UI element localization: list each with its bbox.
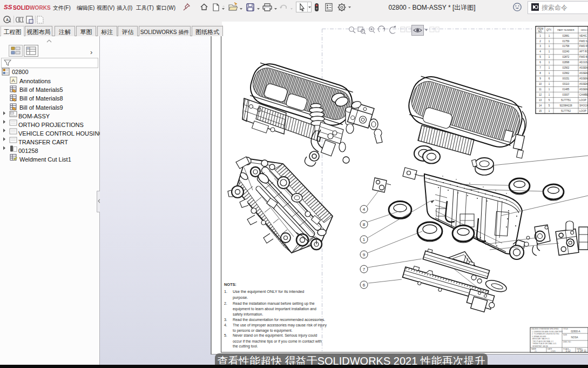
svg-text:J.L: J.L bbox=[535, 350, 537, 352]
svg-text:1: 1 bbox=[549, 56, 550, 58]
svg-text:6: 6 bbox=[549, 77, 550, 80]
svg-text:14: 14 bbox=[539, 104, 542, 107]
svg-text:ANGULAR: MACH 0.5: ANGULAR: MACH 0.5 bbox=[532, 338, 550, 340]
svg-text:Read the installation manual b: Read the installation manual before sett… bbox=[233, 302, 315, 306]
svg-text:10: 10 bbox=[539, 83, 542, 85]
svg-text:1: 1 bbox=[549, 88, 550, 91]
svg-text:NOTS:: NOTS: bbox=[224, 282, 236, 287]
svg-text:1/16/5: 1/16/5 bbox=[551, 350, 556, 352]
svg-text:QTY.: QTY. bbox=[546, 29, 552, 31]
svg-text:1: 1 bbox=[549, 45, 550, 48]
svg-text:DWG. NO.: DWG. NO. bbox=[563, 341, 571, 343]
svg-text:3.: 3. bbox=[224, 318, 227, 322]
svg-text:8: 8 bbox=[539, 72, 541, 75]
svg-text:13: 13 bbox=[539, 99, 542, 102]
svg-text:03110: 03110 bbox=[563, 83, 570, 85]
svg-text:9: 9 bbox=[363, 252, 366, 257]
svg-text:1. DIMENSIONS ARE IN MILLIMETE: 1. DIMENSIONS ARE IN MILLIMETERS bbox=[532, 331, 563, 333]
svg-text:1: 1 bbox=[549, 83, 550, 85]
svg-text:5: 5 bbox=[549, 99, 550, 102]
svg-text:A: A bbox=[12, 78, 15, 83]
svg-text:2: 2 bbox=[539, 40, 541, 43]
svg-text:AFT RO: AFT RO bbox=[579, 50, 588, 53]
svg-text:ASSEM: ASSEM bbox=[579, 88, 588, 91]
svg-text:3. BREAK EDGES: 3. BREAK EDGES bbox=[532, 336, 546, 338]
svg-text:TITLE:: TITLE: bbox=[563, 328, 569, 330]
svg-text:6: 6 bbox=[363, 283, 366, 287]
svg-text:1: 1 bbox=[549, 40, 550, 43]
svg-text:02240: 02240 bbox=[563, 50, 570, 53]
svg-text:02898: 02898 bbox=[563, 61, 570, 64]
svg-text:01759: 01759 bbox=[563, 40, 570, 43]
svg-text:02881: 02881 bbox=[563, 35, 570, 37]
svg-text:FWD R: FWD R bbox=[579, 45, 588, 48]
svg-text:03007: 03007 bbox=[563, 93, 570, 96]
svg-text:TWO PLACE DECIMAL 0.1: TWO PLACE DECIMAL 0.1 bbox=[532, 340, 553, 343]
svg-text:11: 11 bbox=[539, 88, 542, 91]
svg-text:ASSEM: ASSEM bbox=[579, 77, 588, 80]
svg-text:02962: 02962 bbox=[563, 72, 570, 75]
svg-text:7: 7 bbox=[539, 66, 541, 69]
svg-text:5.: 5. bbox=[224, 333, 227, 337]
svg-text:The use of improper accessorie: The use of improper accessories may caus… bbox=[233, 323, 327, 327]
svg-text:00151: 00151 bbox=[563, 77, 570, 80]
svg-text:3: 3 bbox=[539, 45, 541, 48]
svg-text:8: 8 bbox=[363, 222, 366, 227]
svg-text:1: 1 bbox=[539, 35, 541, 37]
svg-text:CAMBE: CAMBE bbox=[579, 93, 588, 96]
svg-text:Use the equipment ONLY for its: Use the equipment ONLY for its intended bbox=[233, 289, 304, 294]
svg-text:NOSA: NOSA bbox=[571, 336, 578, 339]
svg-text:purpose.: purpose. bbox=[233, 295, 248, 300]
svg-text:LOOP: LOOP bbox=[579, 99, 586, 102]
svg-text:02872: 02872 bbox=[563, 56, 570, 58]
svg-text:VEHIC: VEHIC bbox=[579, 35, 587, 37]
svg-text:A: A bbox=[6, 18, 9, 22]
svg-text:01758: 01758 bbox=[563, 45, 570, 48]
svg-text:15: 15 bbox=[539, 110, 542, 112]
svg-text:5177751: 5177751 bbox=[561, 99, 571, 102]
svg-text:4.: 4. bbox=[224, 323, 227, 327]
svg-text:12: 12 bbox=[539, 93, 542, 96]
svg-text:2.: 2. bbox=[224, 302, 227, 305]
svg-text:5: 5 bbox=[539, 56, 541, 58]
svg-text:SIZE: SIZE bbox=[563, 334, 567, 336]
svg-text:02800-A: 02800-A bbox=[571, 330, 580, 333]
svg-text:Never stand on the equipment.: Never stand on the equipment. Serious in… bbox=[233, 333, 317, 338]
svg-text:ASSEM: ASSEM bbox=[579, 66, 588, 69]
svg-text:01485: 01485 bbox=[563, 88, 570, 91]
svg-text:4: 4 bbox=[363, 207, 366, 212]
svg-text:1: 1 bbox=[549, 93, 550, 96]
svg-text:DESCRI: DESCRI bbox=[581, 29, 588, 31]
svg-text:1 OF 11: 1 OF 11 bbox=[578, 350, 587, 352]
svg-text:THREE PLACE DECIMAL 0.05: THREE PLACE DECIMAL 0.05 bbox=[532, 343, 556, 345]
svg-text:1:12: 1:12 bbox=[566, 350, 571, 352]
svg-text:9: 9 bbox=[539, 77, 541, 80]
svg-text:SHOCK: SHOCK bbox=[579, 104, 588, 107]
svg-text:1.: 1. bbox=[224, 289, 227, 294]
svg-text:ADJUS: ADJUS bbox=[579, 61, 587, 64]
svg-text:INTERPRET GEOM: INTERPRET GEOM bbox=[532, 345, 548, 347]
svg-text:PART NUMBER: PART NUMBER bbox=[557, 29, 574, 31]
svg-text:FWD B: FWD B bbox=[579, 56, 587, 58]
svg-text:922984228: 922984228 bbox=[560, 104, 572, 107]
svg-text:1: 1 bbox=[549, 50, 550, 53]
svg-text:02902: 02902 bbox=[563, 66, 570, 69]
svg-text:5: 5 bbox=[549, 104, 550, 107]
svg-text:equipment to learn about impor: equipment to learn about important insta… bbox=[233, 307, 316, 311]
svg-text:ASSEM: ASSEM bbox=[579, 72, 588, 75]
svg-text:FWD S: FWD S bbox=[579, 40, 587, 43]
svg-text:NO.: NO. bbox=[538, 30, 542, 33]
svg-text:1: 1 bbox=[549, 61, 550, 64]
svg-text:1: 1 bbox=[549, 66, 550, 69]
svg-text:4: 4 bbox=[539, 50, 541, 53]
svg-text:1: 1 bbox=[549, 72, 550, 75]
svg-text:LOOP: LOOP bbox=[579, 110, 586, 112]
svg-text:2. TOLERANCES UNLESS NOTED: 2. TOLERANCES UNLESS NOTED bbox=[532, 333, 559, 335]
svg-text:1: 1 bbox=[549, 110, 550, 112]
svg-text:the cutting tool.: the cutting tool. bbox=[233, 344, 258, 349]
svg-text:6: 6 bbox=[539, 61, 541, 64]
svg-text:occur if the machine tips or i: occur if the machine tips or if you come… bbox=[233, 339, 322, 344]
svg-text:1: 1 bbox=[363, 237, 366, 242]
svg-text:Read the documentation for rec: Read the documentation for recommended a… bbox=[233, 318, 325, 322]
svg-text:safety information.: safety information. bbox=[233, 312, 263, 317]
